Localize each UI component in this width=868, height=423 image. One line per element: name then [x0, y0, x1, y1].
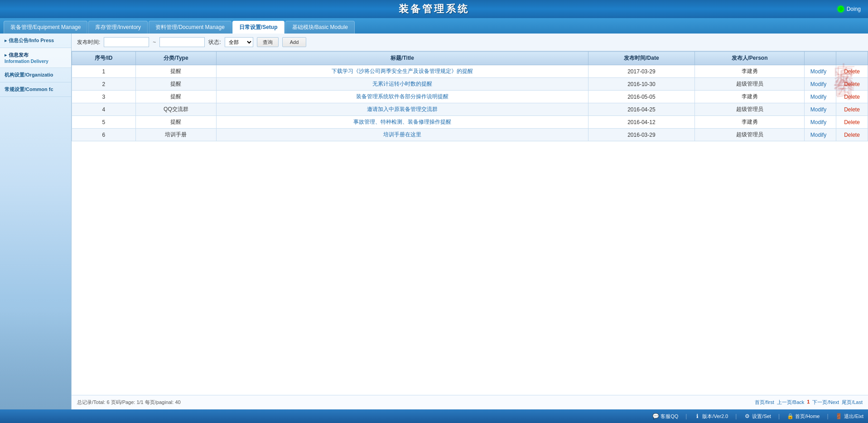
- status-bar: 💬 客服QQ | ℹ 版本/Ver2.0 | ⚙ 设置/Set | 🔒 首页/H…: [0, 409, 868, 423]
- filter-bar: 发布时间: ~ 状态: 全部 已发布 未发布 查询 Add: [72, 34, 868, 51]
- cell-title: 装备管理系统软件各部分操作说明提醒: [217, 91, 588, 103]
- cell-delete: Delete: [836, 78, 868, 91]
- delete-button[interactable]: Delete: [844, 119, 860, 125]
- title-link[interactable]: 装备管理系统软件各部分操作说明提醒: [356, 93, 448, 100]
- tab-setup[interactable]: 日常设置/Setup: [232, 21, 285, 34]
- status-user: Doing: [847, 6, 861, 12]
- table-row: 3 提醒 装备管理系统软件各部分操作说明提醒 2016-05-05 李建勇 Mo…: [72, 91, 868, 103]
- cell-type: 培训手册: [135, 129, 217, 141]
- title-link[interactable]: 事故管理、特种检测、装备修理操作提醒: [353, 119, 451, 125]
- cell-title: 事故管理、特种检测、装备修理操作提醒: [217, 116, 588, 129]
- table-row: 2 提醒 无累计运转小时数的提醒 2016-10-30 超级管理员 Modify…: [72, 78, 868, 91]
- cell-date: 2016-04-25: [588, 103, 694, 116]
- cell-person: 李建勇: [695, 116, 805, 129]
- col-date: 发布时间/Date: [588, 52, 694, 65]
- modify-button[interactable]: Modify: [810, 106, 826, 113]
- data-table: 序号/ID 分类/Type 标题/Title 发布时间/Date 发布人/Per…: [72, 51, 868, 141]
- status-label: 状态:: [208, 38, 221, 46]
- date-to-input[interactable]: [159, 37, 205, 47]
- modify-button[interactable]: Modify: [810, 94, 826, 100]
- status-version[interactable]: ℹ 版本/Ver2.0: [694, 413, 728, 420]
- sidebar: ▸ 信息公告/Info Press ▸ 信息发布 Information Del…: [0, 34, 72, 409]
- settings-label: 设置/Set: [752, 413, 771, 420]
- delete-button[interactable]: Delete: [844, 106, 860, 113]
- cell-date: 2017-03-29: [588, 65, 694, 78]
- pagination-links: 首页/first 上一页/Back 1 下一页/Next 尾页/Last: [755, 399, 863, 406]
- sidebar-item-org[interactable]: 机构设置/Organizatio: [0, 68, 71, 82]
- query-button[interactable]: 查询: [257, 37, 279, 47]
- cell-person: 超级管理员: [695, 129, 805, 141]
- arrow-icon-2: ▸: [5, 53, 7, 58]
- status-exit[interactable]: 🚪 退出/Eixt: [836, 413, 863, 420]
- table-row: 4 QQ交流群 邀请加入中原装备管理交流群 2016-04-25 超级管理员 M…: [72, 103, 868, 116]
- sidebar-item-info-press[interactable]: ▸ 信息公告/Info Press: [0, 34, 71, 48]
- cell-id: 6: [72, 129, 136, 141]
- title-link[interactable]: 无累计运转小时数的提醒: [372, 81, 432, 87]
- page-current: 1: [807, 399, 810, 406]
- cell-date: 2016-10-30: [588, 78, 694, 91]
- delete-button[interactable]: Delete: [844, 132, 860, 138]
- modify-button[interactable]: Modify: [810, 81, 826, 87]
- tab-document[interactable]: 资料管理/Document Manage: [149, 21, 231, 34]
- arrow-icon: ▸: [5, 38, 7, 43]
- cell-type: 提醒: [135, 78, 217, 91]
- cell-date: 2016-04-12: [588, 116, 694, 129]
- delete-button[interactable]: Delete: [844, 68, 860, 75]
- modify-button[interactable]: Modify: [810, 119, 826, 125]
- cell-title: 无累计运转小时数的提醒: [217, 78, 588, 91]
- status-home[interactable]: 🔒 首页/Home: [787, 413, 820, 420]
- pagination-bar: 总记录/Total: 6 页码/Page: 1/1 每页/paginal: 40…: [72, 395, 868, 409]
- cell-date: 2016-03-29: [588, 129, 694, 141]
- exit-label: 退出/Eixt: [844, 413, 863, 420]
- cell-id: 3: [72, 91, 136, 103]
- page-back[interactable]: 上一页/Back: [777, 399, 805, 406]
- page-last[interactable]: 尾页/Last: [842, 399, 863, 406]
- col-person: 发布人/Person: [695, 52, 805, 65]
- top-right-status: Doing: [838, 6, 861, 12]
- cell-modify: Modify: [805, 129, 836, 141]
- add-button[interactable]: Add: [282, 37, 307, 47]
- title-link[interactable]: 邀请加入中原装备管理交流群: [367, 106, 438, 112]
- cell-person: 超级管理员: [695, 103, 805, 116]
- cell-title: 下载学习《沙将公司两季安全生产及设备管理规定》的提醒: [217, 65, 588, 78]
- cell-type: 提醒: [135, 91, 217, 103]
- col-id: 序号/ID: [72, 52, 136, 65]
- customer-qq-icon: 💬: [652, 413, 659, 419]
- online-status-dot: [838, 6, 844, 12]
- version-label: 版本/Ver2.0: [702, 413, 728, 420]
- sidebar-item-info-delivery[interactable]: ▸ 信息发布 Information Delivery: [0, 48, 71, 68]
- exit-icon: 🚪: [836, 413, 842, 419]
- cell-type: QQ交流群: [135, 103, 217, 116]
- table-row: 5 提醒 事故管理、特种检测、装备修理操作提醒 2016-04-12 李建勇 M…: [72, 116, 868, 129]
- cell-person: 李建勇: [695, 91, 805, 103]
- content-area: 发布时间: ~ 状态: 全部 已发布 未发布 查询 Add 序号/ID 分类/T…: [72, 34, 868, 409]
- date-separator: ~: [153, 39, 156, 45]
- version-icon: ℹ: [694, 413, 700, 419]
- title-link[interactable]: 下载学习《沙将公司两季安全生产及设备管理规定》的提醒: [332, 68, 473, 74]
- status-customer-qq[interactable]: 💬 客服QQ: [652, 413, 678, 420]
- cell-modify: Modify: [805, 103, 836, 116]
- modify-button[interactable]: Modify: [810, 132, 826, 138]
- cell-modify: Modify: [805, 116, 836, 129]
- home-icon: 🔒: [787, 413, 793, 419]
- cell-id: 2: [72, 78, 136, 91]
- status-settings[interactable]: ⚙ 设置/Set: [744, 413, 771, 420]
- sidebar-subtitle: Information Delivery: [5, 59, 67, 64]
- table-row: 1 提醒 下载学习《沙将公司两季安全生产及设备管理规定》的提醒 2017-03-…: [72, 65, 868, 78]
- delete-button[interactable]: Delete: [844, 81, 860, 87]
- tab-equipment[interactable]: 装备管理/Equipment Manage: [4, 21, 87, 34]
- table-row: 6 培训手册 培训手册在这里 2016-03-29 超级管理员 Modify D…: [72, 129, 868, 141]
- page-first[interactable]: 首页/first: [755, 399, 774, 406]
- date-from-input[interactable]: [104, 37, 149, 47]
- cell-person: 超级管理员: [695, 78, 805, 91]
- tab-inventory[interactable]: 库存管理/Inventory: [88, 21, 148, 34]
- sidebar-item-common[interactable]: 常规设置/Common fc: [0, 82, 71, 97]
- page-next[interactable]: 下一页/Next: [812, 399, 839, 406]
- delete-button[interactable]: Delete: [844, 94, 860, 100]
- tab-basic[interactable]: 基础模块/Basic Module: [285, 21, 355, 34]
- status-select[interactable]: 全部 已发布 未发布: [225, 37, 253, 47]
- cell-title: 邀请加入中原装备管理交流群: [217, 103, 588, 116]
- title-link[interactable]: 培训手册在这里: [383, 131, 421, 138]
- modify-button[interactable]: Modify: [810, 68, 826, 75]
- cell-id: 1: [72, 65, 136, 78]
